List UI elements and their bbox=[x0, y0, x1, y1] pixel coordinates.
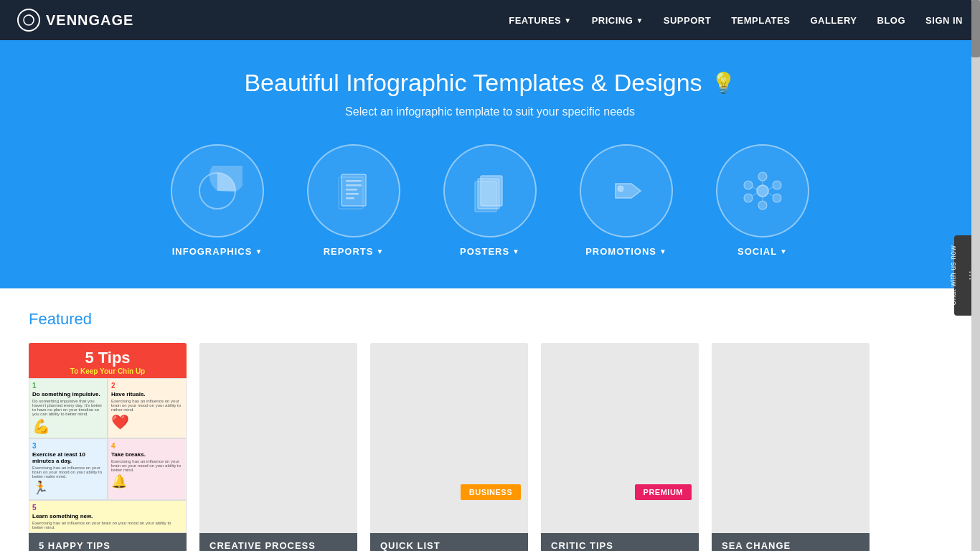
hero-subtitle: Select an infographic template to suit y… bbox=[14, 105, 966, 118]
navbar: VENNGAGE FEATURES ▼ PRICING ▼ SUPPORT TE… bbox=[0, 0, 980, 40]
card-quick-list[interactable]: BUSINESS QUICK LIST bbox=[370, 343, 528, 551]
nav-support[interactable]: SUPPORT bbox=[664, 15, 711, 26]
featured-grid: 5 Tips To Keep Your Chin Up 1 Do somethi… bbox=[29, 343, 951, 551]
nav-pricing[interactable]: PRICING ▼ bbox=[592, 15, 644, 26]
svg-point-12 bbox=[618, 186, 623, 192]
nav-gallery[interactable]: GALLERY bbox=[810, 15, 857, 26]
scrollbar-thumb[interactable] bbox=[971, 0, 980, 57]
nav-logo[interactable]: VENNGAGE bbox=[17, 9, 133, 32]
reports-label: REPORTS ▼ bbox=[324, 246, 385, 257]
scrollbar[interactable] bbox=[971, 0, 980, 551]
bulb-icon: 💡 bbox=[711, 71, 736, 95]
svg-point-18 bbox=[744, 194, 753, 202]
card2-label: CREATIVE PROCESS bbox=[199, 533, 357, 551]
reports-circle bbox=[307, 144, 400, 237]
svg-line-25 bbox=[753, 187, 757, 189]
svg-rect-5 bbox=[346, 189, 357, 191]
promotions-label: PROMOTIONS ▼ bbox=[585, 246, 667, 257]
card3-image: BUSINESS bbox=[370, 343, 528, 533]
chat-text: Chat with us now bbox=[949, 245, 957, 306]
nav-links: FEATURES ▼ PRICING ▼ SUPPORT TEMPLATES G… bbox=[509, 15, 963, 26]
social-label: SOCIAL ▼ bbox=[738, 246, 788, 257]
categories: INFOGRAPHICS ▼ REPORTS ▼ bbox=[14, 144, 966, 257]
svg-point-17 bbox=[758, 201, 767, 209]
nav-signin[interactable]: SIGN IN bbox=[925, 15, 963, 26]
card-critic-tips[interactable]: PREMIUM CRITIC TIPS bbox=[541, 343, 699, 551]
pricing-arrow: ▼ bbox=[636, 17, 643, 24]
svg-point-15 bbox=[773, 181, 781, 189]
social-circle bbox=[716, 144, 809, 237]
card3-label: QUICK LIST bbox=[370, 533, 528, 551]
svg-line-21 bbox=[768, 187, 773, 189]
featured-section: Featured 5 Tips To Keep Your Chin Up 1 D… bbox=[0, 288, 980, 551]
svg-line-22 bbox=[768, 193, 773, 196]
card-sea-change[interactable]: SEA CHANGE bbox=[712, 343, 870, 551]
posters-label: POSTERS ▼ bbox=[460, 246, 520, 257]
card1-label: 5 HAPPY TIPS bbox=[29, 533, 187, 551]
category-social[interactable]: SOCIAL ▼ bbox=[716, 144, 809, 257]
infographics-label: INFOGRAPHICS ▼ bbox=[172, 246, 263, 257]
inf-cell-1: 1 Do something impulsive. Do something i… bbox=[29, 378, 108, 438]
card5-image bbox=[712, 343, 870, 533]
category-reports[interactable]: REPORTS ▼ bbox=[307, 144, 400, 257]
hero-title-text: Beautiful Infographic Templates & Design… bbox=[244, 69, 702, 97]
inf-cell-5: 5 Learn something new. Exercising has an… bbox=[29, 500, 187, 533]
hero-title: Beautiful Infographic Templates & Design… bbox=[14, 69, 966, 97]
infographic-header: 5 Tips To Keep Your Chin Up bbox=[29, 343, 187, 378]
svg-rect-4 bbox=[346, 184, 362, 187]
svg-rect-7 bbox=[346, 197, 354, 199]
nav-templates[interactable]: TEMPLATES bbox=[731, 15, 790, 26]
card2-image bbox=[199, 343, 357, 533]
card4-label: CRITIC TIPS bbox=[541, 533, 699, 551]
inf-cell-4: 4 Take breaks. Exercising has an influen… bbox=[108, 438, 187, 499]
card4-badge: PREMIUM bbox=[635, 484, 692, 500]
svg-rect-6 bbox=[346, 193, 359, 195]
inf-cell-3: 3 Exercise at least 10 minutes a day. Ex… bbox=[29, 438, 108, 499]
category-posters[interactable]: POSTERS ▼ bbox=[443, 144, 537, 257]
card-creative-process[interactable]: CREATIVE PROCESS bbox=[199, 343, 357, 551]
svg-line-24 bbox=[753, 193, 757, 196]
promotions-circle bbox=[580, 144, 673, 237]
inf-cell-2: 2 Have rituals. Exercising has an influe… bbox=[108, 378, 187, 438]
card3-badge: BUSINESS bbox=[461, 484, 521, 500]
svg-rect-3 bbox=[346, 180, 362, 182]
infographic-grid: 1 Do something impulsive. Do something i… bbox=[29, 378, 187, 533]
svg-rect-11 bbox=[475, 182, 496, 212]
svg-point-13 bbox=[757, 185, 768, 197]
features-arrow: ▼ bbox=[564, 17, 571, 24]
nav-features[interactable]: FEATURES ▼ bbox=[509, 15, 572, 26]
card4-image: PREMIUM bbox=[541, 343, 699, 533]
category-infographics[interactable]: INFOGRAPHICS ▼ bbox=[171, 144, 264, 257]
logo-icon bbox=[17, 9, 40, 32]
svg-point-14 bbox=[758, 172, 767, 181]
infographic-content: 5 Tips To Keep Your Chin Up 1 Do somethi… bbox=[29, 343, 187, 533]
featured-title: Featured bbox=[29, 310, 951, 329]
posters-circle bbox=[443, 144, 537, 237]
hero-section: Beautiful Infographic Templates & Design… bbox=[0, 40, 980, 288]
category-promotions[interactable]: PROMOTIONS ▼ bbox=[580, 144, 673, 257]
card5-label: SEA CHANGE bbox=[712, 533, 870, 551]
logo-text: VENNGAGE bbox=[46, 12, 133, 29]
card1-image: 5 Tips To Keep Your Chin Up 1 Do somethi… bbox=[29, 343, 187, 533]
infographics-circle bbox=[171, 144, 264, 237]
nav-blog[interactable]: BLOG bbox=[877, 15, 906, 26]
svg-point-16 bbox=[773, 194, 781, 202]
svg-point-19 bbox=[744, 181, 753, 189]
card-5-happy-tips[interactable]: 5 Tips To Keep Your Chin Up 1 Do somethi… bbox=[29, 343, 187, 551]
